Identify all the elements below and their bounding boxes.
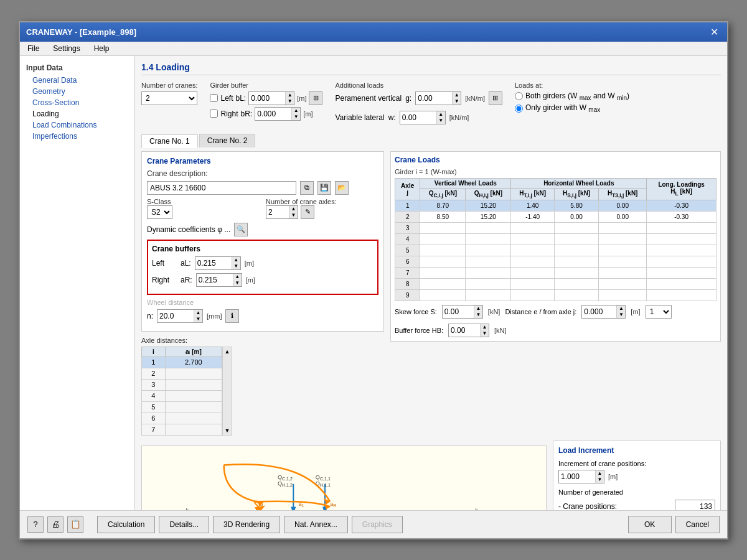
right-checkbox[interactable] xyxy=(210,110,218,118)
load-row-6[interactable]: 6 xyxy=(395,256,716,267)
w-up[interactable]: ▲ xyxy=(436,111,445,118)
wheel-info-btn[interactable]: ℹ xyxy=(225,309,239,323)
inc-pos-input[interactable] xyxy=(559,470,595,483)
axles-up[interactable]: ▲ xyxy=(289,206,298,212)
sclass-axles-row: S-Class S2 Number of crane axles: xyxy=(147,198,378,219)
crane-save-btn[interactable]: 💾 xyxy=(317,181,331,195)
bl-icon-btn[interactable]: ⊞ xyxy=(309,91,322,105)
graphics-button[interactable]: Graphics xyxy=(352,516,403,533)
w-down[interactable]: ▼ xyxy=(436,118,445,124)
print-icon-btn[interactable]: 🖨 xyxy=(47,516,63,533)
scroll-down[interactable]: ▼ xyxy=(223,426,232,435)
bl-input[interactable] xyxy=(249,92,285,105)
br-down[interactable]: ▼ xyxy=(291,114,300,120)
dynamic-coeff-btn[interactable]: 🔍 xyxy=(234,223,248,236)
axles-edit-btn[interactable]: ✎ xyxy=(301,205,314,219)
details-button[interactable]: Details... xyxy=(159,516,209,533)
num-cranes-select[interactable]: 213 xyxy=(141,91,197,105)
wheel-input[interactable] xyxy=(157,310,194,322)
w-input[interactable] xyxy=(400,111,436,124)
tab-crane1[interactable]: Crane No. 1 xyxy=(141,134,198,148)
axle-dist-label: Axle distances: xyxy=(141,337,222,344)
axle-row-7[interactable]: 7 xyxy=(142,424,222,435)
buf-input[interactable] xyxy=(449,324,480,337)
load-row-8[interactable]: 8 xyxy=(395,278,716,289)
sidebar-item-loadcomb[interactable]: Load Combinations xyxy=(20,119,134,131)
skew-up[interactable]: ▲ xyxy=(474,306,482,312)
menu-help[interactable]: Help xyxy=(90,43,113,54)
menu-settings[interactable]: Settings xyxy=(49,43,83,54)
br-up[interactable]: ▲ xyxy=(291,108,300,114)
ar-up[interactable]: ▲ xyxy=(233,274,242,280)
sidebar-item-loading[interactable]: Loading xyxy=(20,108,134,119)
g-up[interactable]: ▲ xyxy=(452,92,461,98)
buf-down[interactable]: ▼ xyxy=(480,330,489,337)
load-row-2[interactable]: 2 8.50 15.20 -1.40 0.00 0.00 -0.30 xyxy=(395,211,716,222)
ar-down[interactable]: ▼ xyxy=(233,280,242,286)
left-checkbox[interactable] xyxy=(210,94,218,102)
ok-button[interactable]: OK xyxy=(628,516,672,533)
wheel-down[interactable]: ▼ xyxy=(194,316,202,322)
help-icon-btn[interactable]: ? xyxy=(27,516,44,533)
axle-row-6[interactable]: 6 xyxy=(142,413,222,424)
bl-down[interactable]: ▼ xyxy=(285,98,294,105)
inc-down[interactable]: ▼ xyxy=(595,477,604,483)
num-axles-input[interactable] xyxy=(266,206,289,218)
close-button[interactable]: ✕ xyxy=(708,26,721,38)
export-icon-btn[interactable]: 📋 xyxy=(67,516,83,533)
load-row-5[interactable]: 5 xyxy=(395,245,716,256)
skew-input[interactable] xyxy=(443,306,474,318)
tab-crane2[interactable]: Crane No. 2 xyxy=(199,134,256,147)
skew-down[interactable]: ▼ xyxy=(474,312,482,318)
al-input[interactable] xyxy=(195,257,232,269)
br-input[interactable] xyxy=(255,108,291,120)
axle-row-3[interactable]: 3 xyxy=(142,379,222,390)
left-checkbox-row: Left bL: ▲▼ [m] ⊞ xyxy=(210,91,322,105)
nat-annex-button[interactable]: Nat. Annex... xyxy=(284,516,348,533)
sidebar-item-general[interactable]: General Data xyxy=(20,75,134,86)
g-icon-btn[interactable]: ⊞ xyxy=(489,91,502,105)
axle-row-5[interactable]: 5 xyxy=(142,401,222,413)
axle-row-4[interactable]: 4 xyxy=(142,390,222,401)
both-girders-radio[interactable] xyxy=(515,92,523,100)
sclass-select[interactable]: S2 xyxy=(147,205,172,219)
g-down[interactable]: ▼ xyxy=(452,98,461,105)
axle-j-select[interactable]: 1 xyxy=(646,305,672,319)
rendering-button[interactable]: 3D Rendering xyxy=(213,516,280,533)
axle-scrollbar[interactable]: ▲ ▼ xyxy=(222,347,232,436)
crane-desc-input[interactable] xyxy=(147,181,296,195)
dist-down[interactable]: ▼ xyxy=(616,312,625,318)
only-girder-radio[interactable] xyxy=(515,105,523,113)
dist-up[interactable]: ▲ xyxy=(616,306,625,312)
load-row-1[interactable]: 1 8.70 15.20 1.40 5.80 0.00 -0.30 xyxy=(395,200,716,211)
load-row-3[interactable]: 3 xyxy=(395,222,716,233)
inc-up[interactable]: ▲ xyxy=(595,470,604,477)
ar-input[interactable] xyxy=(197,274,233,286)
wheel-up[interactable]: ▲ xyxy=(194,310,202,316)
crane-load-btn[interactable]: 📂 xyxy=(335,181,349,195)
sidebar-item-geometry[interactable]: Geometry xyxy=(20,86,134,97)
scroll-up[interactable]: ▲ xyxy=(223,347,232,356)
bl-up[interactable]: ▲ xyxy=(285,92,294,98)
crane-copy-btn[interactable]: ⧉ xyxy=(300,181,314,195)
calculation-button[interactable]: Calculation xyxy=(97,516,155,533)
axles-down[interactable]: ▼ xyxy=(289,212,298,218)
dist-input[interactable] xyxy=(582,306,616,318)
buf-up[interactable]: ▲ xyxy=(480,324,489,330)
sidebar-item-crosssection[interactable]: Cross-Section xyxy=(20,97,134,108)
axle-a-3 xyxy=(165,379,222,390)
menu-file[interactable]: File xyxy=(24,43,43,54)
g-input[interactable] xyxy=(416,92,452,105)
load-row-4[interactable]: 4 xyxy=(395,233,716,245)
girder-buffer-group: Girder buffer Left bL: ▲▼ [m] ⊞ xyxy=(210,82,322,121)
crane-pos-row: - Crane positions: xyxy=(558,500,715,510)
axle-row-2[interactable]: 2 xyxy=(142,368,222,379)
load-row-7[interactable]: 7 xyxy=(395,267,716,278)
sidebar-item-imperfections[interactable]: Imperfections xyxy=(20,131,134,142)
buf-unit: [kN] xyxy=(494,327,507,334)
al-down[interactable]: ▼ xyxy=(232,263,240,269)
cancel-button[interactable]: Cancel xyxy=(675,516,720,533)
load-row-9[interactable]: 9 xyxy=(395,289,716,301)
al-up[interactable]: ▲ xyxy=(232,257,240,263)
axle-row-1[interactable]: 1 2.700 xyxy=(142,357,222,368)
